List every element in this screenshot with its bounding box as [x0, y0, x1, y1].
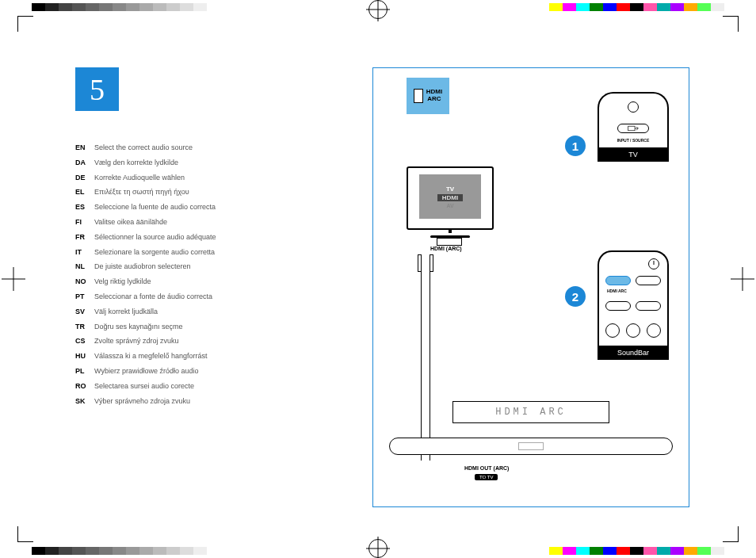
to-tv-badge: TO TV	[475, 474, 498, 480]
language-code: FI	[75, 218, 94, 226]
color-swatch	[549, 3, 563, 11]
input-source-button-icon	[617, 124, 649, 133]
color-swatch	[126, 3, 139, 11]
language-code: NO	[75, 277, 94, 285]
language-code: CS	[75, 337, 94, 345]
color-swatch	[166, 547, 180, 555]
color-swatch	[657, 3, 670, 11]
language-row: ELΕπιλέξτε τη σωστή πηγή ήχου	[75, 188, 321, 197]
remote-button-icon	[605, 301, 631, 311]
language-row: SVVälj korrekt ljudkälla	[75, 308, 321, 316]
language-code: EL	[75, 188, 94, 196]
soundbar-remote-caption: SoundBar	[598, 346, 669, 360]
color-swatch	[193, 547, 207, 555]
color-swatch	[45, 547, 59, 555]
soundbar-display-text: HDMI ARC	[495, 407, 567, 418]
hdmi-badge-text: HDMIARC	[426, 89, 442, 103]
connection-diagram: HDMIARC TV HDMI AV HDMI (ARC) HDMI ARC H…	[372, 67, 689, 507]
color-swatch	[193, 3, 207, 11]
registration-circle-top	[368, 0, 388, 19]
language-row: FRSélectionner la source audio adéquate	[75, 233, 321, 242]
registration-bar-gray-bottom	[32, 547, 207, 555]
color-swatch	[576, 547, 590, 555]
page-content: 5 ENSelect the correct audio sourceDAVæl…	[24, 20, 732, 538]
language-row: ESSeleccione la fuente de audio correcta	[75, 203, 321, 212]
language-text: Selectarea sursei audio corecte	[94, 382, 321, 391]
tv-remote-illustration: INPUT / SOURCE TV	[598, 92, 669, 162]
language-code: RO	[75, 382, 94, 390]
color-swatch	[657, 547, 670, 555]
language-row: PTSeleccionar a fonte de áudio correcta	[75, 292, 321, 301]
color-swatch	[603, 547, 617, 555]
language-text: Valitse oikea äänilähde	[94, 218, 321, 227]
registration-bar-gray	[32, 3, 207, 11]
color-swatch	[113, 3, 126, 11]
color-swatch	[563, 547, 576, 555]
color-swatch	[590, 3, 603, 11]
language-text: Doğru ses kaynağını seçme	[94, 323, 321, 331]
hdmi-out-label: HDMI OUT (ARC)	[464, 465, 509, 471]
language-code: NL	[75, 262, 94, 270]
remote-round-button-icon	[626, 323, 640, 338]
language-code: ES	[75, 203, 94, 211]
color-swatch	[617, 547, 630, 555]
remote-hdmi-arc-button-icon	[605, 276, 631, 285]
color-swatch	[139, 547, 153, 555]
tv-osd-av: AV	[446, 203, 453, 208]
color-swatch	[549, 547, 563, 555]
color-swatch	[643, 3, 657, 11]
language-row: DEKorrekte Audioquelle wählen	[75, 174, 321, 182]
color-swatch	[166, 3, 180, 11]
color-swatch	[59, 547, 72, 555]
color-swatch	[617, 3, 630, 11]
tv-hdmi-port-label: HDMI (ARC)	[430, 246, 462, 251]
language-code: PT	[75, 292, 94, 300]
language-code: IT	[75, 248, 94, 256]
registration-bar-color	[549, 3, 724, 11]
language-text: Korrekte Audioquelle wählen	[94, 174, 321, 182]
color-swatch	[99, 3, 113, 11]
language-code: DA	[75, 159, 94, 166]
color-swatch	[697, 547, 711, 555]
input-source-label: INPUT / SOURCE	[599, 138, 667, 143]
color-swatch	[113, 547, 126, 555]
color-swatch	[711, 3, 724, 11]
language-row: SKVýber správneho zdroja zvuku	[75, 397, 321, 406]
color-swatch	[670, 3, 684, 11]
language-row: NOVelg riktig lydkilde	[75, 277, 321, 286]
soundbar-display: HDMI ARC	[452, 401, 609, 423]
color-swatch	[99, 547, 113, 555]
color-swatch	[576, 3, 590, 11]
tv-osd-tv: TV	[446, 185, 454, 193]
color-swatch	[180, 3, 193, 11]
color-swatch	[630, 3, 643, 11]
soundbar-illustration	[389, 438, 673, 455]
color-swatch	[684, 547, 697, 555]
color-swatch	[32, 547, 45, 555]
language-text: Välj korrekt ljudkälla	[94, 308, 321, 316]
language-text: Výber správneho zdroja zvuku	[94, 397, 321, 406]
language-text: Επιλέξτε τη σωστή πηγή ήχου	[94, 188, 321, 197]
color-swatch	[45, 3, 59, 11]
language-code: HU	[75, 352, 94, 360]
tv-osd-hdmi: HDMI	[437, 194, 463, 201]
language-text: Select the correct audio source	[94, 143, 321, 152]
tv-screen-illustration: TV HDMI AV	[407, 166, 494, 230]
language-row: ENSelect the correct audio source	[75, 143, 321, 152]
color-swatch	[180, 547, 193, 555]
language-row: HUVálassza ki a megfelelő hangforrást	[75, 352, 321, 361]
language-row: CSZvolte správný zdroj zvuku	[75, 337, 321, 346]
step-number-box: 5	[75, 67, 119, 111]
color-swatch	[697, 3, 711, 11]
remote-button-icon	[636, 276, 661, 285]
tv-remote-caption: TV	[598, 147, 669, 162]
language-code: SK	[75, 397, 94, 405]
svg-rect-0	[628, 126, 635, 131]
remote-hdmi-arc-label: HDMI ARC	[607, 289, 627, 293]
language-code: DE	[75, 174, 94, 182]
color-swatch	[86, 3, 99, 11]
remote-round-button-icon	[605, 323, 620, 338]
remote-button-icon	[636, 301, 661, 311]
power-icon	[648, 258, 659, 269]
color-swatch	[153, 3, 166, 11]
